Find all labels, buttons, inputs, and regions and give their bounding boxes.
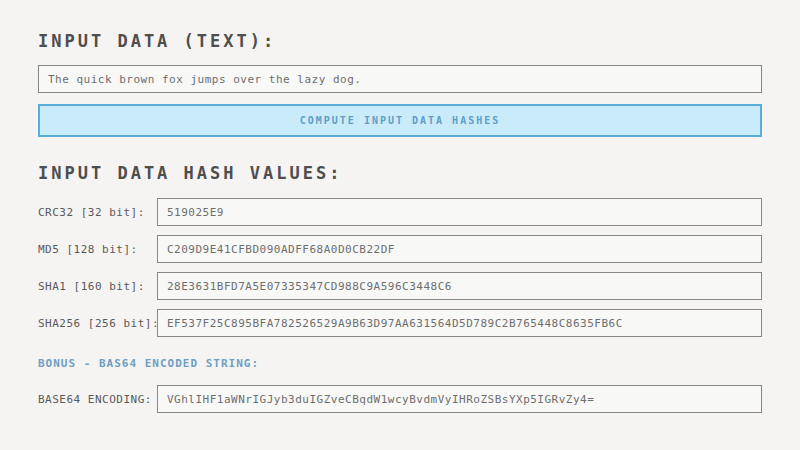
compute-hashes-button[interactable]: COMPUTE INPUT DATA HASHES <box>38 104 762 137</box>
hash-row-sha256: SHA256 [256 bit]: <box>38 309 762 337</box>
page-container: INPUT DATA (TEXT): COMPUTE INPUT DATA HA… <box>0 0 800 413</box>
crc32-value-field[interactable] <box>157 198 762 226</box>
md5-value-field[interactable] <box>157 235 762 263</box>
hash-row-crc32: CRC32 [32 bit]: <box>38 198 762 226</box>
input-data-title: INPUT DATA (TEXT): <box>38 33 762 49</box>
crc32-label: CRC32 [32 bit]: <box>38 206 157 219</box>
base64-value-field[interactable] <box>157 385 762 413</box>
hash-row-sha1: SHA1 [160 bit]: <box>38 272 762 300</box>
sha1-value-field[interactable] <box>157 272 762 300</box>
hash-values-title: INPUT DATA HASH VALUES: <box>38 165 762 181</box>
base64-row: BASE64 ENCODING: <box>38 385 762 413</box>
hash-row-md5: MD5 [128 bit]: <box>38 235 762 263</box>
bonus-base64-title: BONUS - BAS64 ENCODED STRING: <box>38 357 762 370</box>
sha256-value-field[interactable] <box>157 309 762 337</box>
input-data-field[interactable] <box>38 65 762 93</box>
sha1-label: SHA1 [160 bit]: <box>38 280 157 293</box>
sha256-label: SHA256 [256 bit]: <box>38 317 157 330</box>
md5-label: MD5 [128 bit]: <box>38 243 157 256</box>
base64-label: BASE64 ENCODING: <box>38 393 157 406</box>
